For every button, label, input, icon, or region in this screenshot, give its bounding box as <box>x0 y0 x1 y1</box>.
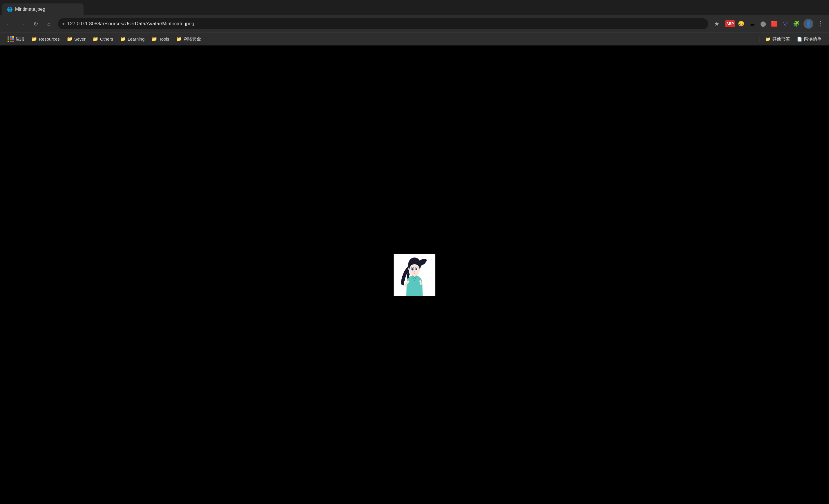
address-path: /resources/UserData/Avatar/Mintimate.jpe… <box>100 21 194 26</box>
nav-bar: ← → ↻ ⌂ ● 127.0.0.1:8088/resources/UserD… <box>0 15 829 33</box>
svg-point-7 <box>416 268 417 270</box>
anime-image <box>394 254 435 296</box>
apps-grid-icon <box>7 36 14 42</box>
puzzle-extension-button[interactable]: 🧩 <box>791 19 801 29</box>
bookmarks-bar: 应用 📁 Resources 📁 Sever 📁 Others 📁 Learni… <box>0 33 829 45</box>
page-content <box>0 45 829 504</box>
bookmark-sever[interactable]: 📁 Sever <box>64 35 88 43</box>
address-text: 127.0.0.1:8088/resources/UserData/Avatar… <box>67 21 704 27</box>
folder-icon: 📁 <box>31 36 37 42</box>
bookmark-network-security[interactable]: 📁 网络安全 <box>173 35 204 43</box>
profile-button[interactable]: 👤 <box>803 19 813 29</box>
svg-point-4 <box>412 268 413 270</box>
apps-button[interactable]: 应用 <box>5 35 27 43</box>
cloud-extension-button[interactable]: ☁ <box>747 19 757 29</box>
reading-list-label: 阅读清单 <box>804 36 822 42</box>
bookmark-others[interactable]: 📁 Others <box>89 35 116 43</box>
bookmark-learning[interactable]: 📁 Learning <box>117 35 147 43</box>
folder-icon: 📁 <box>67 36 73 42</box>
forward-button[interactable]: → <box>17 18 28 29</box>
red-extension-button[interactable]: 🟥 <box>769 19 779 29</box>
abp-extension-button[interactable]: ABP <box>725 20 735 27</box>
bookmark-resources[interactable]: 📁 Resources <box>28 35 63 43</box>
folder-icon: 📁 <box>176 36 182 42</box>
folder-icon: 📁 <box>151 36 157 42</box>
apps-label: 应用 <box>16 36 24 42</box>
downloader-extension-button[interactable]: ▽ <box>780 19 790 29</box>
tab-bar: 🌐 Mintimate.jpeg <box>0 0 829 15</box>
circle-extension-button[interactable]: ⬤ <box>758 19 768 29</box>
profile-icon: 👤 <box>805 20 812 27</box>
folder-icon: 📁 <box>765 37 771 42</box>
reload-button[interactable]: ↻ <box>30 18 41 29</box>
image-display <box>394 254 435 296</box>
tab-favicon: 🌐 <box>7 7 13 12</box>
home-button[interactable]: ⌂ <box>43 18 55 29</box>
bookmark-resources-label: Resources <box>39 37 60 41</box>
svg-point-2 <box>409 264 420 276</box>
bookmark-others-label: Others <box>100 37 113 41</box>
emoji-extension-button[interactable]: 😀 <box>736 19 746 29</box>
browser-chrome: 🌐 Mintimate.jpeg ← → ↻ ⌂ ● 127.0.0.1:808… <box>0 0 829 45</box>
bookmark-sever-label: Sever <box>74 37 85 41</box>
security-icon: ● <box>62 21 65 26</box>
svg-point-5 <box>412 268 412 269</box>
address-bar[interactable]: ● 127.0.0.1:8088/resources/UserData/Avat… <box>58 18 708 29</box>
back-button[interactable]: ← <box>3 18 14 29</box>
tab-title: Mintimate.jpeg <box>15 7 45 12</box>
bookmark-learning-label: Learning <box>128 37 144 41</box>
reading-list-button[interactable]: 📄 阅读清单 <box>794 35 824 43</box>
bookmarks-divider: | <box>758 36 760 42</box>
address-host: 127.0.0.1:8088 <box>67 21 100 26</box>
svg-point-8 <box>414 271 415 272</box>
extensions-area: ABP 😀 ☁ ⬤ 🟥 ▽ 🧩 <box>725 19 801 29</box>
folder-icon: 📁 <box>93 36 98 42</box>
bookmarks-right-area: | 📁 其他书签 📄 阅读清单 <box>757 35 824 43</box>
chrome-menu-button[interactable]: ⋮ <box>816 19 826 29</box>
svg-point-10 <box>414 280 415 281</box>
reading-list-icon: 📄 <box>797 37 802 42</box>
other-bookmarks-button[interactable]: 📁 其他书签 <box>762 35 793 43</box>
bookmark-tools-label: Tools <box>159 37 169 41</box>
bookmark-network-security-label: 网络安全 <box>184 36 201 42</box>
bookmark-tools[interactable]: 📁 Tools <box>148 35 172 43</box>
other-bookmarks-label: 其他书签 <box>772 36 790 42</box>
active-tab[interactable]: 🌐 Mintimate.jpeg <box>2 3 83 15</box>
folder-icon: 📁 <box>120 36 126 42</box>
bookmark-star-button[interactable]: ★ <box>712 19 722 29</box>
